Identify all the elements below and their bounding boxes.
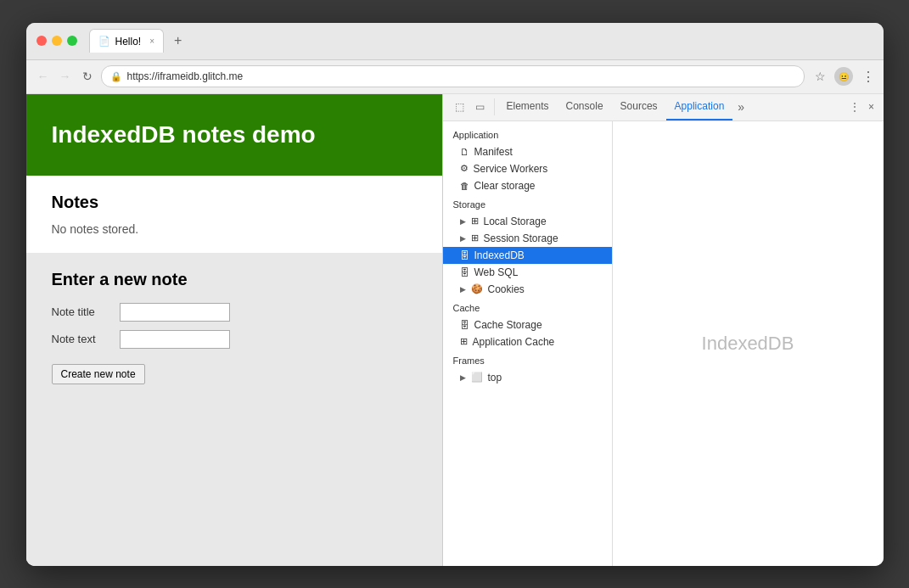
forward-button[interactable]: → — [57, 68, 74, 85]
service-workers-icon: ⚙ — [460, 163, 469, 174]
top-frame-icon: ⬜ — [471, 372, 483, 383]
inspect-element-icon[interactable]: ⬚ — [452, 98, 469, 115]
session-storage-expand-icon: ▶ — [460, 234, 466, 243]
sidebar-item-indexed-db[interactable]: 🗄 IndexedDB — [443, 247, 612, 264]
cookies-icon: 🍪 — [471, 283, 483, 294]
form-heading: Enter a new note — [52, 270, 417, 289]
devtools-toolbar-left: ⬚ ▭ — [446, 98, 495, 115]
sidebar-item-session-storage[interactable]: ▶ ⊞ Session Storage — [443, 230, 612, 247]
sidebar-item-web-sql[interactable]: 🗄 Web SQL — [443, 264, 612, 281]
devtools-tab-bar: ⬚ ▭ Elements Console Sources Application… — [443, 94, 884, 121]
service-workers-label: Service Workers — [474, 163, 548, 175]
more-tabs-button[interactable]: » — [732, 100, 749, 114]
webpage: IndexedDB notes demo Notes No notes stor… — [26, 94, 442, 566]
minimize-traffic-light[interactable] — [52, 36, 62, 46]
cookies-label: Cookies — [488, 283, 525, 295]
note-text-row: Note text — [52, 330, 417, 349]
indexed-db-label: IndexedDB — [474, 249, 525, 261]
frames-section-label: Frames — [443, 350, 612, 369]
note-text-label: Note text — [52, 333, 120, 345]
tab-console[interactable]: Console — [558, 94, 612, 121]
url-text: https://iframeidb.glitch.me — [127, 70, 795, 82]
bookmark-icon[interactable]: ☆ — [815, 70, 826, 83]
top-expand-icon: ▶ — [460, 373, 466, 382]
web-sql-label: Web SQL — [474, 266, 519, 278]
application-cache-icon: ⊞ — [460, 336, 468, 347]
notes-heading: Notes — [52, 193, 417, 212]
devtools-close-button[interactable]: × — [863, 98, 880, 115]
sidebar-item-cache-storage[interactable]: 🗄 Cache Storage — [443, 316, 612, 333]
sidebar-item-local-storage[interactable]: ▶ ⊞ Local Storage — [443, 213, 612, 230]
create-note-button[interactable]: Create new note — [52, 364, 145, 384]
cache-section-label: Cache — [443, 298, 612, 316]
tab-application[interactable]: Application — [666, 94, 733, 121]
sidebar-item-service-workers[interactable]: ⚙ Service Workers — [443, 160, 612, 177]
address-bar: ← → ↻ 🔒 https://iframeidb.glitch.me ☆ 😐 … — [26, 60, 884, 94]
clear-storage-icon: 🗑 — [460, 181, 469, 191]
top-label: top — [488, 372, 502, 384]
sidebar-item-cookies[interactable]: ▶ 🍪 Cookies — [443, 281, 612, 298]
traffic-lights — [36, 36, 77, 46]
application-section-label: Application — [443, 125, 612, 143]
note-text-input[interactable] — [120, 330, 230, 349]
note-title-label: Note title — [52, 305, 120, 318]
tab-favicon: 📄 — [98, 36, 110, 47]
tab-title: Hello! — [115, 36, 142, 48]
tab-elements[interactable]: Elements — [498, 94, 558, 121]
clear-storage-label: Clear storage — [474, 180, 536, 192]
browser-window: 📄 Hello! × + ← → ↻ 🔒 https://iframeidb.g… — [26, 23, 884, 566]
notes-empty-message: No notes stored. — [52, 222, 417, 236]
notes-section: Notes No notes stored. — [26, 176, 442, 253]
tab-close-button[interactable]: × — [149, 36, 154, 46]
storage-section-label: Storage — [443, 194, 612, 213]
new-note-form: Enter a new note Note title Note text Cr… — [26, 253, 442, 566]
new-tab-button[interactable]: + — [174, 33, 182, 48]
user-avatar[interactable]: 😐 — [834, 67, 853, 86]
back-button[interactable]: ← — [35, 68, 52, 85]
note-title-row: Note title — [52, 303, 417, 322]
tab-sources[interactable]: Sources — [612, 94, 666, 121]
manifest-icon: 🗋 — [460, 147, 469, 157]
local-storage-expand-icon: ▶ — [460, 217, 466, 226]
sidebar-item-clear-storage[interactable]: 🗑 Clear storage — [443, 177, 612, 194]
web-sql-icon: 🗄 — [460, 267, 469, 277]
close-traffic-light[interactable] — [36, 36, 47, 46]
device-toggle-icon[interactable]: ▭ — [472, 98, 489, 115]
devtools-body: Application 🗋 Manifest ⚙ Service Workers… — [443, 121, 884, 566]
local-storage-icon: ⊞ — [471, 216, 479, 227]
sidebar-item-manifest[interactable]: 🗋 Manifest — [443, 143, 612, 160]
browser-tab[interactable]: 📄 Hello! × — [89, 29, 165, 53]
note-title-input[interactable] — [120, 303, 230, 322]
manifest-label: Manifest — [474, 146, 513, 158]
maximize-traffic-light[interactable] — [67, 36, 77, 46]
devtools-panel: ⬚ ▭ Elements Console Sources Application… — [442, 94, 884, 566]
page-main-title: IndexedDB notes demo — [52, 121, 417, 148]
cache-storage-icon: 🗄 — [460, 320, 469, 330]
cookies-expand-icon: ▶ — [460, 285, 466, 294]
title-bar: 📄 Hello! × + — [26, 23, 884, 60]
sidebar-item-top[interactable]: ▶ ⬜ top — [443, 369, 612, 386]
devtools-more-options[interactable]: ⋮ — [846, 98, 863, 115]
session-storage-icon: ⊞ — [471, 232, 479, 244]
url-bar[interactable]: 🔒 https://iframeidb.glitch.me — [101, 65, 805, 87]
session-storage-label: Session Storage — [484, 232, 558, 244]
content-area: IndexedDB notes demo Notes No notes stor… — [26, 94, 884, 566]
indexed-db-main-label: IndexedDB — [702, 333, 794, 355]
reload-button[interactable]: ↻ — [79, 68, 96, 85]
sidebar-item-application-cache[interactable]: ⊞ Application Cache — [443, 333, 612, 350]
local-storage-label: Local Storage — [484, 216, 547, 227]
cache-storage-label: Cache Storage — [474, 319, 542, 331]
devtools-main-panel: IndexedDB — [613, 121, 884, 566]
page-header: IndexedDB notes demo — [26, 94, 442, 176]
application-cache-label: Application Cache — [473, 336, 555, 348]
lock-icon: 🔒 — [110, 71, 122, 82]
indexed-db-icon: 🗄 — [460, 250, 469, 260]
browser-menu-button[interactable]: ⋮ — [861, 69, 875, 85]
devtools-sidebar: Application 🗋 Manifest ⚙ Service Workers… — [443, 121, 613, 566]
